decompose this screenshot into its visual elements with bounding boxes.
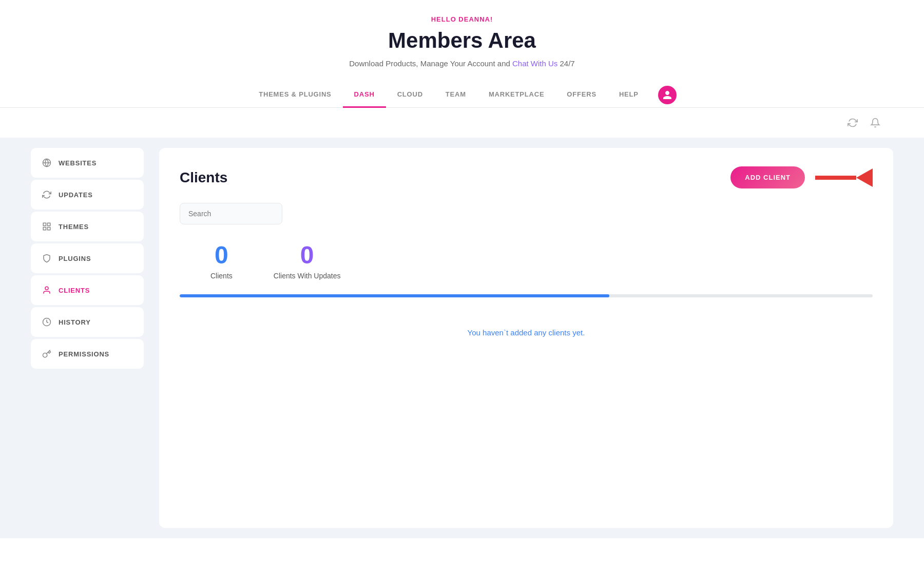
stat-clients-updates-label: Clients With Updates [274, 272, 341, 280]
shield-icon [41, 253, 52, 264]
empty-message: You haven`t added any clients yet. [180, 318, 873, 347]
sidebar-item-history[interactable]: HISTORY [31, 307, 144, 337]
stat-clients: 0 Clients [210, 243, 233, 280]
subtitle-pre: Download Products, Manage Your Account a… [349, 59, 512, 68]
nav-item-help[interactable]: HELP [608, 82, 650, 108]
svg-rect-3 [48, 223, 50, 225]
sidebar-item-themes[interactable]: THEMES [31, 212, 144, 241]
sidebar-item-permissions[interactable]: PERMISSIONS [31, 339, 144, 369]
sidebar-item-clients[interactable]: CLIENTS [31, 275, 144, 305]
add-client-wrapper: ADD CLIENT [730, 166, 873, 188]
content-header: Clients ADD CLIENT [180, 166, 873, 188]
grid-icon [41, 221, 52, 232]
nav-item-team[interactable]: TEAM [434, 82, 477, 108]
nav-item-themes-plugins[interactable]: THEMES & PLUGINS [247, 82, 342, 108]
refresh-icon [41, 189, 52, 200]
stat-clients-updates: 0 Clients With Updates [274, 243, 341, 280]
header: HELLO DEANNA! Members Area Download Prod… [0, 0, 924, 68]
sidebar-item-label: PERMISSIONS [59, 350, 109, 358]
search-input[interactable] [180, 203, 282, 224]
stat-clients-updates-value: 0 [274, 243, 341, 268]
sidebar-item-label: CLIENTS [59, 287, 90, 294]
stat-clients-value: 0 [210, 243, 233, 268]
progress-bar-fill [180, 294, 609, 297]
hello-text: HELLO DEANNA! [10, 15, 914, 23]
sidebar-item-label: PLUGINS [59, 255, 91, 262]
stats-row: 0 Clients 0 Clients With Updates [180, 243, 873, 280]
nav-item-marketplace[interactable]: MARKETPLACE [477, 82, 555, 108]
sidebar-item-label: WEBSITES [59, 159, 97, 167]
sidebar-item-label: UPDATES [59, 191, 93, 199]
globe-icon [41, 157, 52, 168]
avatar[interactable] [658, 86, 677, 104]
add-client-button[interactable]: ADD CLIENT [730, 166, 805, 188]
sidebar: WEBSITES UPDATES [31, 148, 144, 528]
user-icon [41, 285, 52, 296]
content-area: Clients ADD CLIENT 0 Clients 0 Cli [159, 148, 893, 528]
arrow-tail [815, 176, 856, 180]
arrow-indicator [815, 168, 873, 187]
sidebar-item-label: HISTORY [59, 318, 91, 326]
page-wrapper: HELLO DEANNA! Members Area Download Prod… [0, 0, 924, 567]
subtitle-post: 24/7 [557, 59, 574, 68]
sidebar-item-plugins[interactable]: PLUGINS [31, 243, 144, 273]
svg-rect-4 [48, 228, 50, 230]
subtitle: Download Products, Manage Your Account a… [10, 59, 914, 68]
nav-item-dash[interactable]: DASH [343, 82, 386, 108]
nav-bar: THEMES & PLUGINS DASH CLOUD TEAM MARKETP… [0, 82, 924, 108]
key-icon [41, 348, 52, 360]
svg-rect-2 [43, 223, 46, 225]
stat-clients-label: Clients [210, 272, 233, 280]
nav-item-offers[interactable]: OFFERS [555, 82, 608, 108]
svg-point-6 [45, 287, 48, 290]
content-title: Clients [180, 169, 227, 186]
progress-bar-container [180, 294, 873, 297]
clock-icon [41, 316, 52, 328]
sidebar-item-label: THEMES [59, 223, 89, 231]
svg-rect-5 [43, 228, 46, 230]
chat-with-us-link[interactable]: Chat With Us [512, 59, 557, 68]
arrow-shape [856, 168, 873, 187]
page-title: Members Area [10, 28, 914, 53]
toolbar-row [0, 108, 924, 138]
bell-icon[interactable] [868, 115, 883, 130]
main-layout: WEBSITES UPDATES [0, 138, 924, 538]
refresh-icon[interactable] [845, 115, 860, 130]
sidebar-item-websites[interactable]: WEBSITES [31, 148, 144, 178]
sidebar-item-updates[interactable]: UPDATES [31, 180, 144, 210]
nav-item-cloud[interactable]: CLOUD [386, 82, 434, 108]
